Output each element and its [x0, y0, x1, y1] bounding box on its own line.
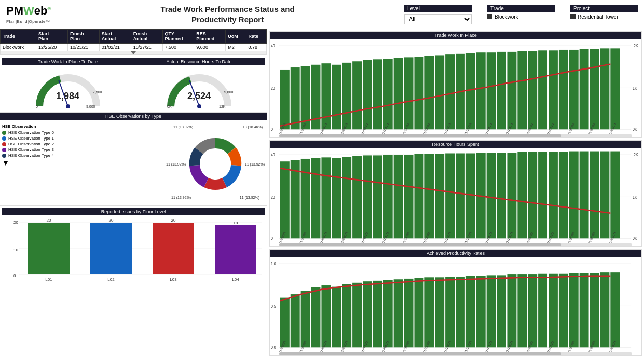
level-filter: Level All [404, 5, 472, 24]
svg-rect-53 [466, 53, 475, 130]
legend-item-2: HSE Observation Type 1 [2, 136, 164, 141]
donut-label-2: 11 (13.92%) [245, 162, 265, 166]
svg-rect-117 [517, 152, 527, 238]
gauge-work-value: 1,984 [56, 91, 79, 102]
svg-point-7 [197, 104, 201, 108]
svg-rect-111 [456, 153, 465, 238]
svg-rect-179 [580, 273, 589, 347]
svg-rect-44 [373, 59, 382, 129]
donut-label-5: 11 (13.92%) [166, 162, 186, 166]
bar-L02 [90, 223, 132, 274]
chart-scrollbar-3[interactable] [279, 352, 632, 355]
sort-row [1, 51, 267, 55]
productivity-chart-title: Achieved Productivity Rates [270, 250, 641, 257]
svg-text:12K: 12K [219, 105, 226, 108]
svg-rect-157 [352, 283, 362, 347]
logo-area: PMWeb® Plan|Build|Operate™ [6, 5, 51, 24]
svg-rect-150 [280, 298, 290, 348]
svg-text:1K: 1K [633, 195, 637, 200]
header-filters: Level All Trade Blockwork Project Reside… [404, 5, 638, 24]
svg-point-2 [66, 104, 70, 108]
svg-text:L01: L01 [45, 277, 52, 282]
table-row: Blockwork 12/25/20 10/23/21 01/02/21 10/… [1, 44, 267, 51]
level-select[interactable]: All [404, 14, 472, 24]
svg-rect-174 [528, 274, 537, 347]
donut-label-3: 11 (13.92%) [240, 196, 259, 199]
project-filter-label: Project [570, 5, 638, 12]
svg-rect-98 [321, 157, 331, 238]
svg-rect-118 [528, 152, 537, 238]
chart-scrollbar-1[interactable] [279, 134, 632, 137]
svg-rect-47 [404, 57, 414, 129]
legend-item-4: HSE Observation Type 3 [2, 147, 164, 152]
svg-text:0: 0 [271, 127, 273, 132]
svg-rect-97 [311, 158, 321, 239]
svg-text:10: 10 [13, 247, 18, 252]
svg-text:20: 20 [13, 220, 18, 225]
gauge-work-title: Trade Work In Place To Date [2, 58, 133, 65]
hse-title: HSE Observations by Type [0, 113, 267, 120]
scrollbar-thumb-1[interactable] [279, 134, 561, 137]
svg-text:0.0: 0.0 [271, 345, 276, 350]
svg-rect-104 [383, 155, 393, 238]
svg-rect-64 [580, 49, 589, 130]
col-res: RESPlanned [194, 30, 226, 44]
trade-value: Blockwork [487, 14, 555, 20]
gauge-hours-value: 2,524 [187, 91, 211, 102]
gauge-section: Trade Work In Place To Date 0 [0, 55, 267, 113]
bar-L01 [28, 223, 70, 274]
svg-rect-114 [487, 153, 496, 238]
svg-rect-110 [445, 153, 455, 238]
svg-rect-120 [549, 152, 558, 238]
donut-label-1: 13 (16.46%) [243, 125, 263, 129]
svg-rect-116 [507, 153, 516, 238]
dropdown-indicator[interactable]: ▼ [2, 159, 164, 167]
svg-rect-39 [321, 63, 331, 129]
svg-rect-48 [414, 57, 423, 129]
svg-rect-67 [610, 48, 620, 129]
svg-rect-58 [517, 51, 527, 130]
svg-rect-62 [559, 50, 568, 129]
scrollbar-thumb-3[interactable] [279, 352, 561, 355]
svg-rect-156 [342, 284, 351, 347]
logo-tagline: Plan|Build|Operate™ [6, 18, 51, 24]
resource-chart-title: Resource Hours Spent [270, 141, 641, 148]
hse-section: HSE Observations by Type HSE Observation… [0, 113, 267, 206]
col-qty: QTYPlanned [162, 30, 194, 44]
col-start-plan: StartPlan [36, 30, 68, 44]
productivity-chart-svg: 1.0 0.5 0.0 [270, 257, 641, 355]
resource-hours-gauge: Actual Resource Hours To Date 0K 9,600 1… [133, 58, 265, 109]
chart-scrollbar-2[interactable] [279, 243, 632, 246]
donut-label-4: 11 (13.92%) [171, 196, 191, 199]
svg-rect-41 [342, 63, 351, 129]
svg-rect-124 [590, 152, 599, 239]
svg-rect-180 [590, 273, 599, 347]
svg-text:0K: 0K [633, 127, 637, 132]
svg-marker-0 [131, 51, 136, 54]
svg-rect-153 [311, 287, 321, 347]
col-start-actual: StartActual [99, 30, 131, 44]
svg-rect-182 [610, 272, 620, 347]
svg-rect-60 [538, 50, 547, 129]
svg-rect-51 [445, 54, 455, 129]
left-panel: Trade StartPlan FinishPlan StartActual F… [0, 29, 267, 358]
svg-rect-57 [507, 52, 516, 129]
col-finish-plan: FinishPlan [67, 30, 99, 44]
svg-rect-63 [569, 50, 579, 129]
svg-rect-108 [424, 154, 434, 238]
gauge-hours-title: Actual Resource Hours To Date [133, 58, 265, 65]
svg-point-11 [201, 149, 230, 178]
svg-text:9,600: 9,600 [224, 90, 234, 94]
svg-rect-42 [352, 61, 362, 129]
main-content: Trade StartPlan FinishPlan StartActual F… [0, 29, 644, 358]
scrollbar-thumb-2[interactable] [279, 243, 561, 246]
svg-text:L04: L04 [232, 277, 239, 282]
svg-text:2K: 2K [634, 152, 638, 157]
donut-label-6: 11 (13.92%) [173, 125, 193, 129]
svg-text:L03: L03 [170, 277, 177, 282]
svg-rect-173 [517, 274, 527, 347]
svg-rect-40 [332, 65, 341, 129]
floor-bar-title: Reported Issues by Floor Level [2, 208, 265, 215]
svg-rect-161 [394, 279, 403, 347]
legend-dot-3 [2, 142, 6, 146]
